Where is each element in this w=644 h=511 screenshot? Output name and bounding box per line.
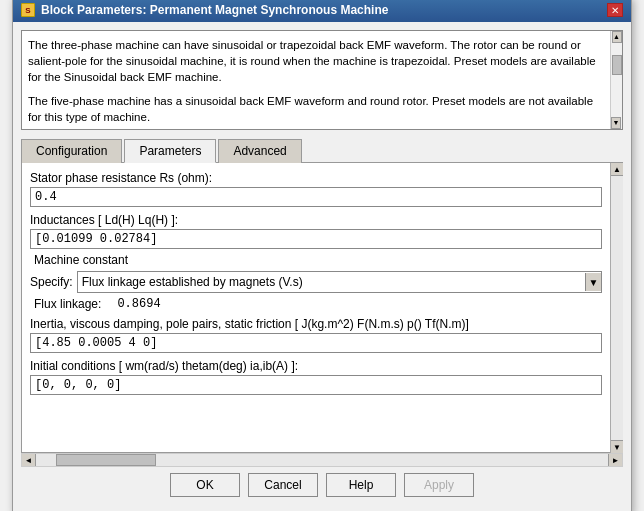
description-para2: The five-phase machine has a sinusoidal … xyxy=(28,93,604,125)
initial-label: Initial conditions [ wm(rad/s) thetam(de… xyxy=(30,359,602,373)
specify-dropdown-value: Flux linkage established by magnets (V.s… xyxy=(82,275,585,289)
specify-row: Specify: Flux linkage established by mag… xyxy=(30,271,602,293)
inductances-label: Inductances [ Ld(H) Lq(H) ]: xyxy=(30,213,602,227)
inertia-label: Inertia, viscous damping, pole pairs, st… xyxy=(30,317,602,331)
h-scroll-left-btn[interactable]: ◄ xyxy=(22,454,36,466)
scroll-down-icon: ▼ xyxy=(612,118,620,128)
flux-linkage-value: 0.8694 xyxy=(117,297,160,311)
button-row: OK Cancel Help Apply xyxy=(21,467,623,505)
form-area: Stator phase resistance Rs (ohm): Induct… xyxy=(21,163,623,453)
stator-label: Stator phase resistance Rs (ohm): xyxy=(30,171,602,185)
title-bar-left: S Block Parameters: Permanent Magnet Syn… xyxy=(21,3,388,17)
window-title: Block Parameters: Permanent Magnet Synch… xyxy=(41,3,388,17)
h-scroll-thumb[interactable] xyxy=(56,454,156,466)
description-scrollbar[interactable]: ▲ ▼ xyxy=(610,31,622,129)
close-icon: ✕ xyxy=(611,5,619,16)
flux-linkage-row: Flux linkage: 0.8694 xyxy=(30,297,602,311)
form-scroll-down-btn[interactable]: ▼ xyxy=(611,440,623,453)
machine-constant-label: Machine constant xyxy=(34,253,128,267)
scroll-thumb[interactable] xyxy=(612,55,622,75)
tabs-container: Configuration Parameters Advanced xyxy=(21,138,623,163)
help-button[interactable]: Help xyxy=(326,473,396,497)
tab-parameters[interactable]: Parameters xyxy=(124,139,216,163)
form-scroll-up-btn[interactable]: ▲ xyxy=(611,163,623,176)
inertia-input[interactable] xyxy=(30,333,602,353)
specify-label: Specify: xyxy=(30,275,73,289)
content-area: The three-phase machine can have sinusoi… xyxy=(13,22,631,511)
form-scroll-down-icon: ▼ xyxy=(613,443,621,452)
h-scroll-right-btn[interactable]: ► xyxy=(608,454,622,466)
horizontal-scrollbar[interactable]: ◄ ► xyxy=(21,453,623,467)
tabs-and-form: Configuration Parameters Advanced Stator… xyxy=(21,138,623,453)
window-icon: S xyxy=(21,3,35,17)
scroll-up-icon: ▲ xyxy=(613,32,621,42)
main-window: S Block Parameters: Permanent Magnet Syn… xyxy=(12,0,632,511)
cancel-button[interactable]: Cancel xyxy=(248,473,318,497)
description-box: The three-phase machine can have sinusoi… xyxy=(21,30,623,130)
tab-configuration[interactable]: Configuration xyxy=(21,139,122,163)
initial-input[interactable] xyxy=(30,375,602,395)
ok-button[interactable]: OK xyxy=(170,473,240,497)
machine-constant-row: Machine constant xyxy=(30,253,602,267)
specify-dropdown[interactable]: Flux linkage established by magnets (V.s… xyxy=(77,271,602,293)
h-scroll-right-icon: ► xyxy=(612,456,620,465)
form-scroll-track xyxy=(611,176,623,440)
title-bar: S Block Parameters: Permanent Magnet Syn… xyxy=(13,0,631,22)
description-text: The three-phase machine can have sinusoi… xyxy=(28,37,616,125)
tab-advanced[interactable]: Advanced xyxy=(218,139,301,163)
form-scroll-up-icon: ▲ xyxy=(613,165,621,174)
inductances-input[interactable] xyxy=(30,229,602,249)
scroll-down-btn[interactable]: ▼ xyxy=(611,117,621,129)
scroll-up-btn[interactable]: ▲ xyxy=(612,31,622,43)
close-button[interactable]: ✕ xyxy=(607,3,623,17)
stator-input[interactable] xyxy=(30,187,602,207)
flux-linkage-label: Flux linkage: xyxy=(34,297,101,311)
description-para1: The three-phase machine can have sinusoi… xyxy=(28,37,604,85)
apply-button[interactable]: Apply xyxy=(404,473,474,497)
h-scroll-track xyxy=(36,454,608,466)
h-scroll-left-icon: ◄ xyxy=(25,456,33,465)
dropdown-arrow-icon[interactable]: ▼ xyxy=(585,273,601,291)
form-scrollbar[interactable]: ▲ ▼ xyxy=(610,163,623,453)
